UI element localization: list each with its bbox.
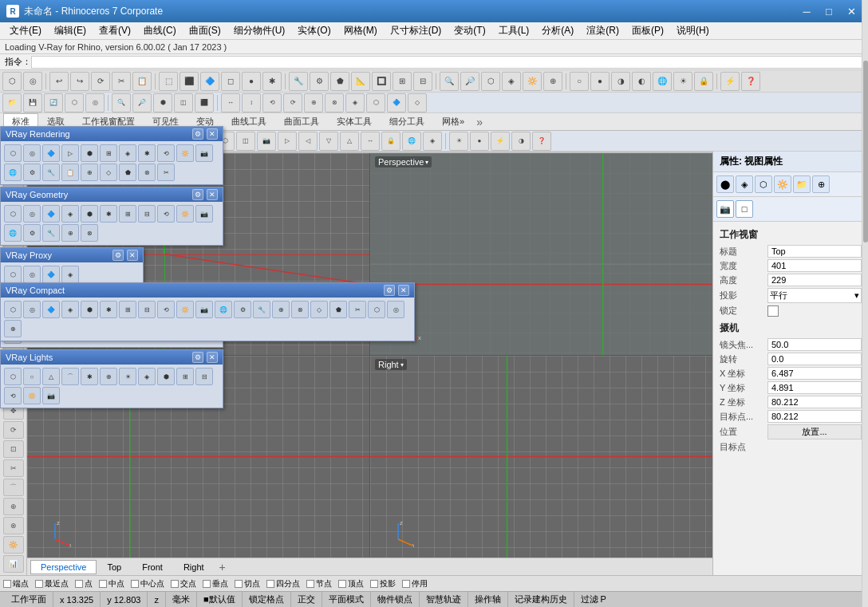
menu-file[interactable]: 文件(E) xyxy=(3,22,48,39)
menu-panel[interactable]: 面板(P) xyxy=(625,22,670,39)
vray-btn-16[interactable]: ⊕ xyxy=(81,164,98,181)
info-obj-lock[interactable]: 物件锁点 xyxy=(371,592,420,607)
tool-fillet[interactable]: ⌒ xyxy=(3,479,24,496)
toolbar-btn-11[interactable]: ◻ xyxy=(221,72,240,91)
geo-btn-7[interactable]: ⊞ xyxy=(119,205,136,223)
toolbar-btn-15[interactable]: ⚙ xyxy=(310,72,329,91)
vray-compact-settings[interactable]: ⚙ xyxy=(384,285,395,296)
comp-btn-21[interactable]: ◎ xyxy=(387,301,404,318)
comp-btn-9[interactable]: ⟲ xyxy=(157,301,175,318)
toolbar-btn-1[interactable]: ⬡ xyxy=(2,72,22,91)
menu-dimension[interactable]: 尺寸标注(D) xyxy=(384,22,448,39)
tab-mesh-more[interactable]: 网格» xyxy=(433,113,473,130)
toolbar-btn-7[interactable]: 📋 xyxy=(132,72,152,91)
light-btn-6[interactable]: ⊕ xyxy=(100,368,117,385)
comp-btn-10[interactable]: 🔆 xyxy=(176,301,194,318)
geo-btn-10[interactable]: 🔆 xyxy=(176,205,194,223)
vray-btn-3[interactable]: 🔷 xyxy=(42,152,60,162)
snap-vertex-checkbox[interactable] xyxy=(338,580,346,588)
sec-btn-20[interactable]: 🌐 xyxy=(402,132,421,151)
vp-tab-front[interactable]: Front xyxy=(132,560,173,574)
toolbar-btn-31[interactable]: 🌐 xyxy=(653,72,672,91)
menu-render[interactable]: 渲染(R) xyxy=(580,22,625,39)
toolbar-btn-s4[interactable]: ⬡ xyxy=(65,93,84,112)
vray-proxy-close[interactable]: ✕ xyxy=(127,250,138,261)
light-btn-13[interactable]: 🔆 xyxy=(23,387,41,404)
menu-curve[interactable]: 曲线(C) xyxy=(137,22,183,39)
info-filter[interactable]: 过滤 P xyxy=(574,592,613,607)
light-btn-2[interactable]: ○ xyxy=(23,368,41,385)
vray-compact-close[interactable]: ✕ xyxy=(398,285,409,296)
info-plane-mode[interactable]: 平面模式 xyxy=(322,592,371,607)
prop-value-height[interactable]: 229 xyxy=(767,274,862,286)
toolbar-btn-9[interactable]: ⬛ xyxy=(180,72,199,91)
prop-value-y[interactable]: 4.891 xyxy=(767,381,862,394)
toolbar-btn-s11[interactable]: ↔ xyxy=(221,93,240,112)
comp-btn-12[interactable]: 🌐 xyxy=(215,301,232,318)
vray-btn-5[interactable]: ⬢ xyxy=(81,152,98,162)
tab-solid-tools[interactable]: 实体工具 xyxy=(328,113,381,130)
comp-btn-4[interactable]: ◈ xyxy=(61,301,79,318)
toolbar-btn-25[interactable]: 🔆 xyxy=(523,72,542,91)
vray-geometry-close[interactable]: ✕ xyxy=(207,189,218,200)
prop-icon-object[interactable]: ⬡ xyxy=(755,175,772,193)
sec-btn-13[interactable]: 📷 xyxy=(257,132,276,151)
vray-btn-14[interactable]: 🔧 xyxy=(42,164,60,181)
comp-btn-11[interactable]: 📷 xyxy=(195,301,213,318)
toolbar-btn-s12[interactable]: ↕ xyxy=(242,93,261,112)
menu-solid[interactable]: 实体(O) xyxy=(291,22,337,39)
snap-endpoint-checkbox[interactable] xyxy=(3,580,11,588)
tab-surface-tools[interactable]: 曲面工具 xyxy=(275,113,328,130)
toolbar-btn-19[interactable]: ⊞ xyxy=(393,72,412,91)
toolbar-btn-3[interactable]: ↩ xyxy=(49,72,69,91)
tool-scale[interactable]: ⊡ xyxy=(3,440,24,458)
toolbar-btn-21[interactable]: 🔍 xyxy=(440,72,459,91)
light-btn-4[interactable]: ⌒ xyxy=(61,368,79,385)
info-history[interactable]: 记录建构历史 xyxy=(508,592,574,607)
toolbar-btn-10[interactable]: 🔷 xyxy=(200,72,219,91)
vp-tab-right[interactable]: Right xyxy=(173,560,215,574)
sec-btn-25[interactable]: ◑ xyxy=(511,132,531,151)
sec-btn-16[interactable]: ▽ xyxy=(319,132,338,151)
toolbar-btn-s17[interactable]: ◈ xyxy=(345,93,365,112)
toolbar-btn-18[interactable]: 🔲 xyxy=(372,72,391,91)
sec-btn-15[interactable]: ◁ xyxy=(298,132,318,151)
geo-btn-2[interactable]: ◎ xyxy=(23,205,41,223)
prop-checkbox-lock[interactable] xyxy=(767,305,779,317)
toolbar-btn-s7[interactable]: 🔎 xyxy=(132,93,152,112)
toolbar-btn-28[interactable]: ● xyxy=(590,72,610,91)
menu-analyze[interactable]: 分析(A) xyxy=(535,22,580,39)
vray-btn-1[interactable]: ⬡ xyxy=(4,152,22,162)
command-input[interactable] xyxy=(31,56,863,69)
comp-btn-15[interactable]: ⊕ xyxy=(272,301,290,318)
toolbar-btn-4[interactable]: ↪ xyxy=(70,72,89,91)
viewport-perspective[interactable]: Perspective ▾ z x y xyxy=(370,153,712,355)
toolbar-btn-17[interactable]: 📐 xyxy=(351,72,370,91)
menu-transform[interactable]: 变动(T) xyxy=(448,22,491,39)
tool-layer[interactable]: ⊗ xyxy=(3,517,24,534)
toolbar-btn-30[interactable]: ◐ xyxy=(632,72,651,91)
menu-surface[interactable]: 曲面(S) xyxy=(183,22,227,39)
sec-btn-17[interactable]: △ xyxy=(340,132,359,151)
toolbar-btn-s18[interactable]: ⬡ xyxy=(366,93,385,112)
comp-btn-8[interactable]: ⊟ xyxy=(138,301,156,318)
prop-icon-folder[interactable]: 📁 xyxy=(793,175,811,193)
menu-view[interactable]: 查看(V) xyxy=(93,22,137,39)
toolbar-btn-s13[interactable]: ⟲ xyxy=(262,93,282,112)
toolbar-btn-20[interactable]: ⊟ xyxy=(413,72,432,91)
info-op-axis[interactable]: 操作轴 xyxy=(468,592,508,607)
light-btn-12[interactable]: ⟲ xyxy=(4,387,22,404)
vray-btn-9[interactable]: ⟲ xyxy=(157,152,175,162)
proxy-btn-2[interactable]: ◎ xyxy=(23,266,41,283)
menu-subd[interactable]: 细分物件(U) xyxy=(227,22,292,39)
vray-lights-close[interactable]: ✕ xyxy=(207,352,218,363)
menu-help[interactable]: 说明(H) xyxy=(670,22,716,39)
viewport-right[interactable]: Right ▾ z y xyxy=(370,356,712,558)
vray-btn-20[interactable]: ✂ xyxy=(157,164,175,181)
snap-knot-checkbox[interactable] xyxy=(306,580,314,588)
toolbar-btn-s16[interactable]: ⊗ xyxy=(325,93,344,112)
menu-tools[interactable]: 工具(L) xyxy=(492,22,536,39)
prop-value-x[interactable]: 6.487 xyxy=(767,367,862,380)
prop-value-z[interactable]: 80.212 xyxy=(767,396,862,408)
toolbar-btn-s8[interactable]: ⬢ xyxy=(153,93,172,112)
